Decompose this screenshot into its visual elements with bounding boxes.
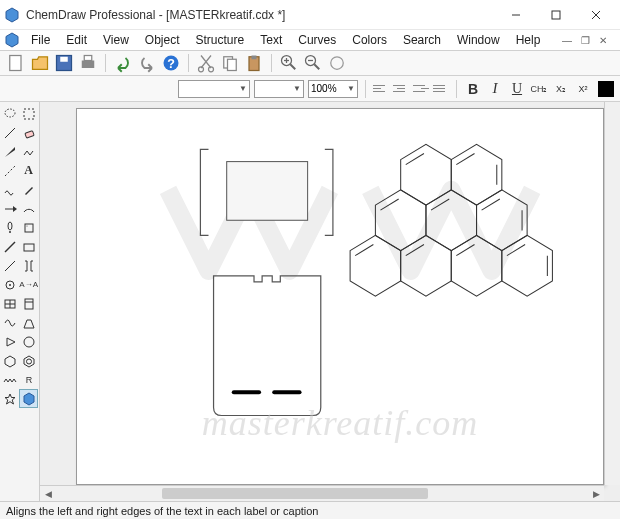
paste-button[interactable] xyxy=(244,53,264,73)
svg-marker-31 xyxy=(5,147,15,157)
minimize-button[interactable] xyxy=(496,1,536,29)
menu-help[interactable]: Help xyxy=(509,31,548,49)
zigzag-tool[interactable] xyxy=(1,370,19,389)
mdi-close[interactable]: ✕ xyxy=(596,33,610,47)
app-icon xyxy=(4,7,20,23)
hexagon-tool[interactable] xyxy=(1,351,19,370)
line-tool[interactable] xyxy=(1,237,19,256)
svg-marker-49 xyxy=(7,338,15,346)
font-combo[interactable]: ▼ xyxy=(178,80,250,98)
drawing-tool[interactable] xyxy=(19,218,38,237)
arc-tool[interactable] xyxy=(19,199,38,218)
circle-tool[interactable] xyxy=(19,332,38,351)
undo-button[interactable] xyxy=(113,53,133,73)
statusbar: Aligns the left and right edges of the t… xyxy=(0,501,620,519)
orbital-tool[interactable] xyxy=(1,218,19,237)
scroll-left-button[interactable]: ◀ xyxy=(40,486,56,501)
align-center-button[interactable] xyxy=(393,81,409,97)
menu-window[interactable]: Window xyxy=(450,31,507,49)
menu-object[interactable]: Object xyxy=(138,31,187,49)
open-button[interactable] xyxy=(30,53,50,73)
bond-tool[interactable] xyxy=(1,123,19,142)
line2-tool[interactable] xyxy=(1,256,19,275)
hex3d-tool[interactable] xyxy=(19,389,38,408)
align-left-button[interactable] xyxy=(373,81,389,97)
menu-file[interactable]: File xyxy=(24,31,57,49)
wavy-bond-tool[interactable] xyxy=(1,180,19,199)
mass-tool[interactable] xyxy=(19,313,38,332)
tool-palette: A A→A R xyxy=(0,102,40,501)
copy-button[interactable] xyxy=(220,53,240,73)
cut-button[interactable] xyxy=(196,53,216,73)
underline-button[interactable]: U xyxy=(508,80,526,98)
svg-rect-6 xyxy=(10,56,21,71)
mdi-restore[interactable]: ❐ xyxy=(578,33,592,47)
italic-button[interactable]: I xyxy=(486,80,504,98)
atom-tool[interactable] xyxy=(1,275,19,294)
svg-line-29 xyxy=(5,128,15,138)
svg-rect-10 xyxy=(84,56,92,61)
menu-colors[interactable]: Colors xyxy=(345,31,394,49)
close-button[interactable] xyxy=(576,1,616,29)
align-right-button[interactable] xyxy=(413,81,429,97)
workspace: A A→A R xyxy=(0,102,620,501)
status-text: Aligns the left and right edges of the t… xyxy=(6,505,318,517)
menu-edit[interactable]: Edit xyxy=(59,31,94,49)
menu-structure[interactable]: Structure xyxy=(189,31,252,49)
zoom-combo[interactable]: 100%▼ xyxy=(308,80,358,98)
print-button[interactable] xyxy=(78,53,98,73)
reaction-tool[interactable]: A→A xyxy=(19,275,38,294)
superscript-button[interactable]: X² xyxy=(574,80,592,98)
play-tool[interactable] xyxy=(1,332,19,351)
redo-button[interactable] xyxy=(137,53,157,73)
rlabel-tool[interactable]: R xyxy=(19,370,38,389)
benzene-tool[interactable] xyxy=(19,351,38,370)
svg-rect-30 xyxy=(25,130,34,137)
canvas-area: masterkreatif.com ◀ ▶ xyxy=(40,102,620,501)
zoom-in-button[interactable] xyxy=(279,53,299,73)
curve2-tool[interactable] xyxy=(1,313,19,332)
color-swatch[interactable] xyxy=(598,81,614,97)
rect-tool[interactable] xyxy=(19,237,38,256)
menu-search[interactable]: Search xyxy=(396,31,448,49)
svg-point-26 xyxy=(331,57,344,70)
menu-text[interactable]: Text xyxy=(253,31,289,49)
arrow-tool[interactable] xyxy=(1,199,19,218)
table-tool[interactable] xyxy=(1,294,19,313)
marquee-tool[interactable] xyxy=(19,104,38,123)
star-tool[interactable] xyxy=(1,389,19,408)
canvas[interactable]: masterkreatif.com xyxy=(76,108,604,485)
new-button[interactable] xyxy=(6,53,26,73)
size-combo[interactable]: ▼ xyxy=(254,80,304,98)
svg-marker-0 xyxy=(6,8,18,22)
svg-rect-40 xyxy=(24,244,34,251)
menubar: File Edit View Object Structure Text Cur… xyxy=(0,30,620,50)
template-tool[interactable] xyxy=(19,294,38,313)
scrollbar-vertical[interactable] xyxy=(604,102,620,485)
menu-curves[interactable]: Curves xyxy=(291,31,343,49)
lasso-tool[interactable] xyxy=(1,104,19,123)
zoom-out-button[interactable] xyxy=(303,53,323,73)
bracket-tool[interactable] xyxy=(19,256,38,275)
svg-marker-55 xyxy=(5,394,15,404)
chain-tool[interactable] xyxy=(19,142,38,161)
dash-bond-tool[interactable] xyxy=(1,161,19,180)
scrollbar-horizontal[interactable]: ◀ ▶ xyxy=(40,485,604,501)
align-justify-button[interactable] xyxy=(433,81,449,97)
main-toolbar: ? xyxy=(0,50,620,76)
subscript-button[interactable]: X₂ xyxy=(552,80,570,98)
text-tool[interactable]: A xyxy=(19,161,38,180)
wedge-tool[interactable] xyxy=(1,142,19,161)
mdi-minimize[interactable]: — xyxy=(560,33,574,47)
save-button[interactable] xyxy=(54,53,74,73)
mdi-icon[interactable] xyxy=(4,32,20,48)
formula-button[interactable]: CH₂ xyxy=(530,80,548,98)
scroll-right-button[interactable]: ▶ xyxy=(588,486,604,501)
bold-button[interactable]: B xyxy=(464,80,482,98)
eraser-tool[interactable] xyxy=(19,123,38,142)
menu-view[interactable]: View xyxy=(96,31,136,49)
help-button[interactable]: ? xyxy=(161,53,181,73)
pen-tool[interactable] xyxy=(19,180,38,199)
maximize-button[interactable] xyxy=(536,1,576,29)
zoom-fit-button[interactable] xyxy=(327,53,347,73)
